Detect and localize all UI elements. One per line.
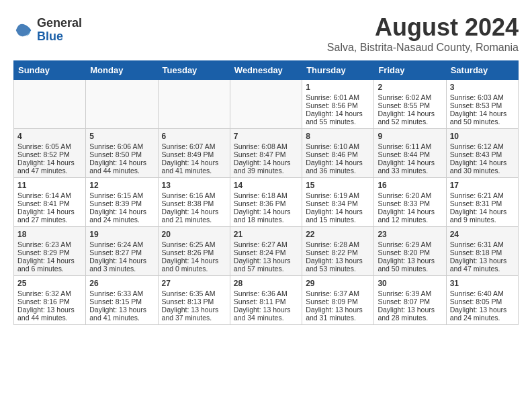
cell-content-line: Sunrise: 6:03 AM xyxy=(450,93,515,101)
calendar-cell: 17Sunrise: 6:21 AMSunset: 8:31 PMDayligh… xyxy=(446,178,518,227)
calendar-cell: 26Sunrise: 6:33 AMSunset: 8:15 PMDayligh… xyxy=(86,276,158,325)
cell-content-line: and 57 minutes. xyxy=(234,265,298,273)
calendar-cell: 16Sunrise: 6:20 AMSunset: 8:33 PMDayligh… xyxy=(374,178,446,227)
cell-content-line: Sunrise: 6:11 AM xyxy=(378,142,442,150)
weekday-header: Monday xyxy=(86,61,158,80)
cell-content-line: Daylight: 13 hours xyxy=(450,306,515,314)
cell-content-line: and 52 minutes. xyxy=(378,118,442,126)
cell-content-line: Sunset: 8:49 PM xyxy=(162,150,226,158)
day-number: 11 xyxy=(17,181,82,190)
cell-content-line: Sunset: 8:56 PM xyxy=(306,101,370,109)
cell-content-line: Sunset: 8:11 PM xyxy=(234,298,298,306)
calendar-cell: 2Sunrise: 6:02 AMSunset: 8:55 PMDaylight… xyxy=(374,80,446,129)
cell-content-line: Sunrise: 6:39 AM xyxy=(378,289,442,298)
cell-content-line: Sunrise: 6:35 AM xyxy=(162,289,226,298)
cell-content-line: Sunset: 8:29 PM xyxy=(17,248,82,257)
cell-content-line: Daylight: 14 hours xyxy=(378,208,442,216)
cell-content-line: Sunrise: 6:37 AM xyxy=(306,289,370,298)
calendar-cell: 12Sunrise: 6:15 AMSunset: 8:39 PMDayligh… xyxy=(86,178,158,227)
cell-content-line: Sunrise: 6:07 AM xyxy=(162,142,226,150)
cell-content-line: Sunset: 8:24 PM xyxy=(234,248,298,257)
cell-content-line: Daylight: 14 hours xyxy=(450,109,515,118)
calendar-week-row: 11Sunrise: 6:14 AMSunset: 8:41 PMDayligh… xyxy=(14,178,519,227)
calendar-cell: 11Sunrise: 6:14 AMSunset: 8:41 PMDayligh… xyxy=(14,178,86,227)
day-number: 3 xyxy=(450,83,515,92)
cell-content-line: and 37 minutes. xyxy=(162,314,226,322)
page-header: General Blue August 2024 Salva, Bistrita… xyxy=(13,13,519,54)
cell-content-line: Sunset: 8:36 PM xyxy=(234,199,298,208)
cell-content-line: Daylight: 14 hours xyxy=(17,208,82,216)
cell-content-line: Daylight: 13 hours xyxy=(306,257,370,265)
cell-content-line: and 55 minutes. xyxy=(306,118,370,126)
cell-content-line: and 28 minutes. xyxy=(378,314,442,322)
day-number: 21 xyxy=(234,230,298,239)
cell-content-line: Sunrise: 6:08 AM xyxy=(234,142,298,150)
day-number: 18 xyxy=(17,230,82,239)
day-number: 27 xyxy=(162,279,226,288)
cell-content-line: Sunrise: 6:21 AM xyxy=(450,191,515,199)
calendar-week-row: 18Sunrise: 6:23 AMSunset: 8:29 PMDayligh… xyxy=(14,227,519,276)
cell-content-line: and 24 minutes. xyxy=(450,314,515,322)
calendar-cell xyxy=(230,80,302,129)
cell-content-line: Sunset: 8:22 PM xyxy=(306,248,370,257)
calendar-cell: 20Sunrise: 6:25 AMSunset: 8:26 PMDayligh… xyxy=(158,227,230,276)
cell-content-line: Daylight: 14 hours xyxy=(450,158,515,167)
day-number: 23 xyxy=(378,230,442,239)
logo-icon xyxy=(13,20,34,40)
cell-content-line: Sunset: 8:31 PM xyxy=(450,199,515,208)
calendar-table: SundayMondayTuesdayWednesdayThursdayFrid… xyxy=(13,60,519,325)
cell-content-line: Daylight: 13 hours xyxy=(306,306,370,314)
cell-content-line: Daylight: 13 hours xyxy=(162,306,226,314)
calendar-cell: 13Sunrise: 6:16 AMSunset: 8:38 PMDayligh… xyxy=(158,178,230,227)
calendar-cell xyxy=(14,80,86,129)
cell-content-line: Sunrise: 6:19 AM xyxy=(306,191,370,199)
cell-content-line: Sunset: 8:16 PM xyxy=(17,298,82,306)
cell-content-line: and 36 minutes. xyxy=(306,167,370,175)
cell-content-line: Sunset: 8:39 PM xyxy=(89,199,154,208)
cell-content-line: Daylight: 14 hours xyxy=(162,208,226,216)
weekday-header: Wednesday xyxy=(230,61,302,80)
calendar-cell: 25Sunrise: 6:32 AMSunset: 8:16 PMDayligh… xyxy=(14,276,86,325)
cell-content-line: Sunrise: 6:01 AM xyxy=(306,93,370,101)
calendar-cell: 30Sunrise: 6:39 AMSunset: 8:07 PMDayligh… xyxy=(374,276,446,325)
cell-content-line: and 21 minutes. xyxy=(162,216,226,224)
cell-content-line: Sunrise: 6:14 AM xyxy=(17,191,82,199)
day-number: 4 xyxy=(17,132,82,141)
calendar-cell xyxy=(86,80,158,129)
day-number: 15 xyxy=(306,181,370,190)
cell-content-line: and 6 minutes. xyxy=(17,265,82,273)
cell-content-line: Daylight: 14 hours xyxy=(162,257,226,265)
calendar-cell: 4Sunrise: 6:05 AMSunset: 8:52 PMDaylight… xyxy=(14,129,86,178)
calendar-cell: 1Sunrise: 6:01 AMSunset: 8:56 PMDaylight… xyxy=(302,80,374,129)
cell-content-line: Sunrise: 6:36 AM xyxy=(234,289,298,298)
day-number: 9 xyxy=(378,132,442,141)
cell-content-line: Sunrise: 6:12 AM xyxy=(450,142,515,150)
cell-content-line: and 15 minutes. xyxy=(306,216,370,224)
cell-content-line: and 50 minutes. xyxy=(378,265,442,273)
calendar-cell: 9Sunrise: 6:11 AMSunset: 8:44 PMDaylight… xyxy=(374,129,446,178)
cell-content-line: and 39 minutes. xyxy=(234,167,298,175)
cell-content-line: Sunset: 8:43 PM xyxy=(450,150,515,158)
cell-content-line: Daylight: 13 hours xyxy=(378,306,442,314)
cell-content-line: Sunset: 8:27 PM xyxy=(89,248,154,257)
calendar-cell: 22Sunrise: 6:28 AMSunset: 8:22 PMDayligh… xyxy=(302,227,374,276)
cell-content-line: and 53 minutes. xyxy=(306,265,370,273)
cell-content-line: Sunset: 8:18 PM xyxy=(450,248,515,257)
cell-content-line: Sunrise: 6:32 AM xyxy=(17,289,82,298)
cell-content-line: Daylight: 14 hours xyxy=(306,208,370,216)
cell-content-line: Sunrise: 6:24 AM xyxy=(89,240,154,248)
day-number: 7 xyxy=(234,132,298,141)
cell-content-line: and 27 minutes. xyxy=(17,216,82,224)
cell-content-line: Sunset: 8:07 PM xyxy=(378,298,442,306)
calendar-cell: 14Sunrise: 6:18 AMSunset: 8:36 PMDayligh… xyxy=(230,178,302,227)
calendar-cell: 24Sunrise: 6:31 AMSunset: 8:18 PMDayligh… xyxy=(446,227,518,276)
day-number: 19 xyxy=(89,230,154,239)
day-number: 14 xyxy=(234,181,298,190)
cell-content-line: and 18 minutes. xyxy=(234,216,298,224)
cell-content-line: and 33 minutes. xyxy=(378,167,442,175)
cell-content-line: Daylight: 14 hours xyxy=(306,158,370,167)
weekday-header: Saturday xyxy=(446,61,518,80)
calendar-cell: 23Sunrise: 6:29 AMSunset: 8:20 PMDayligh… xyxy=(374,227,446,276)
cell-content-line: Daylight: 14 hours xyxy=(450,208,515,216)
cell-content-line: Daylight: 13 hours xyxy=(234,306,298,314)
